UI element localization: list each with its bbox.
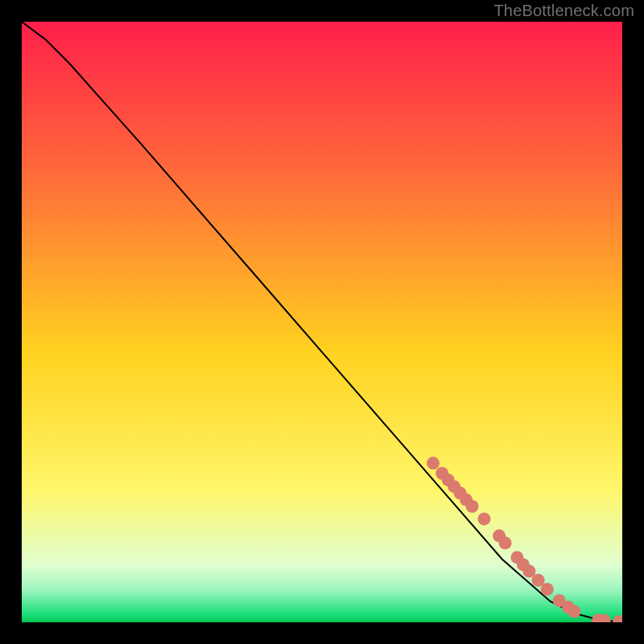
highlight-dot <box>466 500 479 513</box>
highlight-dot <box>568 605 580 618</box>
highlight-dot <box>541 583 554 596</box>
chart-stage: TheBottleneck.com <box>0 0 644 644</box>
plot-area <box>22 22 622 622</box>
highlight-dot <box>477 513 490 526</box>
chart-svg <box>22 22 622 622</box>
attribution-watermark: TheBottleneck.com <box>493 2 634 20</box>
highlight-dot <box>499 537 512 550</box>
highlight-dot <box>427 456 440 469</box>
